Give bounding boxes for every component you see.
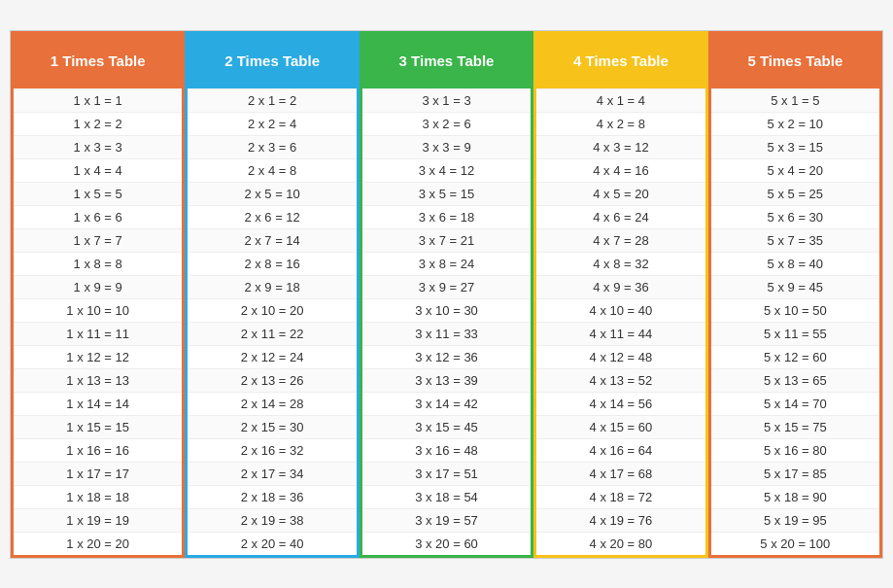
equation-row: 1 x 10 = 10 xyxy=(14,298,182,322)
equation-row: 1 x 7 = 7 xyxy=(14,228,182,252)
column-1: 1 Times Table1 x 1 = 11 x 2 = 21 x 3 = 3… xyxy=(11,31,185,558)
equation-row: 4 x 4 = 16 xyxy=(536,158,704,182)
equation-row: 5 x 9 = 45 xyxy=(711,275,879,298)
equation-row: 4 x 1 = 4 xyxy=(536,88,704,112)
equation-row: 3 x 16 = 48 xyxy=(362,438,531,462)
equation-row: 2 x 20 = 40 xyxy=(188,532,356,555)
equation-row: 5 x 8 = 40 xyxy=(711,252,879,275)
equation-row: 3 x 7 = 21 xyxy=(362,228,531,252)
equation-row: 4 x 12 = 48 xyxy=(536,345,704,368)
equation-row: 2 x 13 = 26 xyxy=(188,368,356,392)
equation-row: 1 x 1 = 1 xyxy=(14,88,182,112)
equation-row: 1 x 17 = 17 xyxy=(14,462,182,485)
equation-row: 4 x 13 = 52 xyxy=(536,368,704,392)
equation-row: 2 x 5 = 10 xyxy=(188,182,356,205)
equation-row: 1 x 2 = 2 xyxy=(14,112,182,135)
column-3: 3 Times Table3 x 1 = 33 x 2 = 63 x 3 = 9… xyxy=(360,31,533,558)
equation-row: 4 x 19 = 76 xyxy=(536,508,704,532)
equation-row: 5 x 10 = 50 xyxy=(711,298,879,322)
equation-row: 3 x 20 = 60 xyxy=(362,532,531,555)
equation-row: 5 x 19 = 95 xyxy=(711,508,879,532)
equation-row: 3 x 6 = 18 xyxy=(362,205,531,228)
equation-row: 5 x 4 = 20 xyxy=(711,158,879,182)
column-2: 2 Times Table2 x 1 = 22 x 2 = 42 x 3 = 6… xyxy=(185,31,359,558)
equation-row: 5 x 17 = 85 xyxy=(711,462,879,485)
equation-row: 3 x 19 = 57 xyxy=(362,508,531,532)
equation-row: 5 x 3 = 15 xyxy=(711,135,879,158)
equation-row: 3 x 14 = 42 xyxy=(362,392,531,415)
column-header-1: 1 Times Table xyxy=(14,34,182,88)
column-header-4: 4 Times Table xyxy=(536,34,704,88)
equation-row: 1 x 12 = 12 xyxy=(14,345,182,368)
equation-row: 2 x 9 = 18 xyxy=(188,275,356,298)
equation-row: 5 x 5 = 25 xyxy=(711,182,879,205)
equation-row: 5 x 11 = 55 xyxy=(711,322,879,345)
equation-row: 1 x 20 = 20 xyxy=(14,532,182,555)
equation-row: 1 x 6 = 6 xyxy=(14,205,182,228)
equation-row: 4 x 6 = 24 xyxy=(536,205,704,228)
equation-row: 1 x 8 = 8 xyxy=(14,252,182,275)
equation-row: 2 x 7 = 14 xyxy=(188,228,356,252)
equation-row: 1 x 13 = 13 xyxy=(14,368,182,392)
equation-row: 3 x 17 = 51 xyxy=(362,462,531,485)
equation-row: 2 x 15 = 30 xyxy=(188,415,356,438)
equation-row: 2 x 2 = 4 xyxy=(188,112,356,135)
equation-row: 5 x 6 = 30 xyxy=(711,205,879,228)
equation-row: 3 x 12 = 36 xyxy=(362,345,531,368)
equation-row: 2 x 11 = 22 xyxy=(188,322,356,345)
equation-row: 4 x 8 = 32 xyxy=(536,252,704,275)
equation-row: 2 x 16 = 32 xyxy=(188,438,356,462)
equation-row: 5 x 14 = 70 xyxy=(711,392,879,415)
equation-row: 2 x 6 = 12 xyxy=(188,205,356,228)
equation-row: 5 x 2 = 10 xyxy=(711,112,879,135)
equation-row: 4 x 11 = 44 xyxy=(536,322,704,345)
equation-row: 3 x 15 = 45 xyxy=(362,415,531,438)
equation-row: 3 x 2 = 6 xyxy=(362,112,531,135)
equation-row: 3 x 9 = 27 xyxy=(362,275,531,298)
equation-row: 3 x 1 = 3 xyxy=(362,88,531,112)
equation-row: 2 x 14 = 28 xyxy=(188,392,356,415)
times-table-container: 1 Times Table1 x 1 = 11 x 2 = 21 x 3 = 3… xyxy=(10,30,883,559)
equation-row: 4 x 15 = 60 xyxy=(536,415,704,438)
equation-row: 1 x 15 = 15 xyxy=(14,415,182,438)
column-4: 4 Times Table4 x 1 = 44 x 2 = 84 x 3 = 1… xyxy=(533,31,707,558)
equation-row: 4 x 20 = 80 xyxy=(536,532,704,555)
equation-row: 3 x 8 = 24 xyxy=(362,252,531,275)
equation-row: 4 x 5 = 20 xyxy=(536,182,704,205)
equation-row: 1 x 18 = 18 xyxy=(14,485,182,508)
equation-row: 4 x 3 = 12 xyxy=(536,135,704,158)
column-header-3: 3 Times Table xyxy=(362,34,531,88)
equation-row: 5 x 20 = 100 xyxy=(711,532,879,555)
equation-row: 2 x 19 = 38 xyxy=(188,508,356,532)
equation-row: 2 x 10 = 20 xyxy=(188,298,356,322)
column-5: 5 Times Table5 x 1 = 55 x 2 = 105 x 3 = … xyxy=(708,31,882,558)
equation-row: 1 x 19 = 19 xyxy=(14,508,182,532)
equation-row: 4 x 7 = 28 xyxy=(536,228,704,252)
equation-row: 5 x 7 = 35 xyxy=(711,228,879,252)
equation-row: 1 x 9 = 9 xyxy=(14,275,182,298)
equation-row: 4 x 14 = 56 xyxy=(536,392,704,415)
equation-row: 3 x 3 = 9 xyxy=(362,135,531,158)
equation-row: 5 x 12 = 60 xyxy=(711,345,879,368)
equation-row: 4 x 17 = 68 xyxy=(536,462,704,485)
equation-row: 3 x 4 = 12 xyxy=(362,158,531,182)
equation-row: 1 x 3 = 3 xyxy=(14,135,182,158)
equation-row: 5 x 16 = 80 xyxy=(711,438,879,462)
equation-row: 4 x 10 = 40 xyxy=(536,298,704,322)
equation-row: 5 x 13 = 65 xyxy=(711,368,879,392)
equation-row: 3 x 11 = 33 xyxy=(362,322,531,345)
equation-row: 3 x 18 = 54 xyxy=(362,485,531,508)
equation-row: 1 x 4 = 4 xyxy=(14,158,182,182)
equation-row: 2 x 18 = 36 xyxy=(188,485,356,508)
equation-row: 3 x 10 = 30 xyxy=(362,298,531,322)
equation-row: 1 x 11 = 11 xyxy=(14,322,182,345)
equation-row: 5 x 18 = 90 xyxy=(711,485,879,508)
column-header-2: 2 Times Table xyxy=(188,34,356,88)
equation-row: 1 x 14 = 14 xyxy=(14,392,182,415)
equation-row: 5 x 15 = 75 xyxy=(711,415,879,438)
equation-row: 3 x 5 = 15 xyxy=(362,182,531,205)
equation-row: 1 x 5 = 5 xyxy=(14,182,182,205)
equation-row: 2 x 8 = 16 xyxy=(188,252,356,275)
equation-row: 2 x 4 = 8 xyxy=(188,158,356,182)
equation-row: 2 x 17 = 34 xyxy=(188,462,356,485)
